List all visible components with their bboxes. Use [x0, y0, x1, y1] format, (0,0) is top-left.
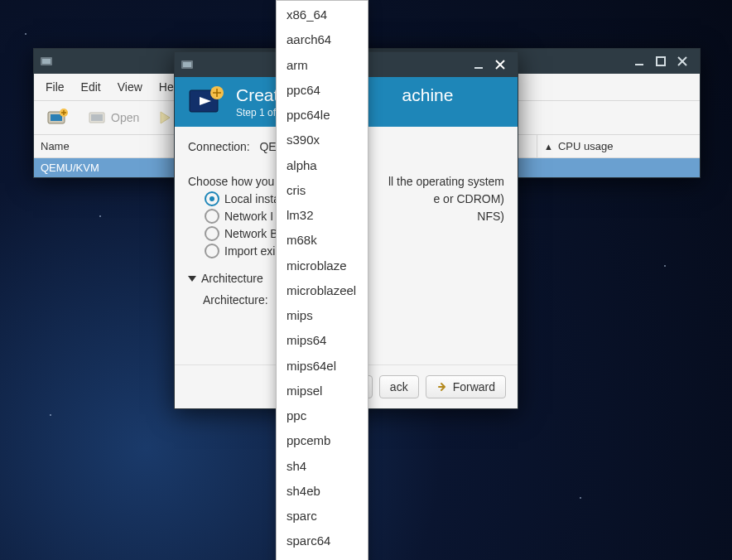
arch-option-mips64[interactable]: mips64	[277, 328, 368, 353]
radio-icon	[205, 191, 219, 206]
radio-icon	[205, 244, 219, 258]
arch-option-ppc[interactable]: ppc	[277, 403, 368, 428]
radio-label: Import exis	[224, 244, 281, 258]
svg-rect-13	[474, 67, 483, 69]
bg-star	[99, 215, 101, 217]
bg-star	[25, 33, 26, 35]
column-cpu-usage[interactable]: ▲ CPU usage	[537, 135, 700, 157]
radio-label: Network I	[224, 210, 273, 223]
arch-option-microblazeel[interactable]: microblazeel	[277, 278, 368, 303]
radio-label: Local insta	[224, 192, 280, 205]
app-icon	[41, 56, 54, 67]
chevron-down-icon	[188, 276, 196, 282]
architecture-label: Architecture:	[203, 293, 268, 307]
arch-option-mipsel[interactable]: mipsel	[277, 379, 368, 403]
open-button[interactable]: Open	[80, 105, 147, 130]
arch-option-m68k[interactable]: m68k	[277, 228, 368, 253]
radio-tail: NFS)	[477, 210, 504, 223]
back-label: ack	[390, 380, 408, 393]
svg-rect-1	[42, 59, 51, 64]
arch-option-s390x[interactable]: s390x	[277, 128, 368, 152]
arch-option-aarch64[interactable]: aarch64	[277, 27, 368, 52]
bg-star	[580, 497, 581, 499]
dialog-close-button[interactable]	[489, 56, 511, 74]
arch-option-ppcemb[interactable]: ppcemb	[277, 428, 368, 453]
arch-option-arm[interactable]: arm	[277, 53, 368, 78]
arch-option-lm32[interactable]: lm32	[277, 203, 368, 228]
choose-label-head: Choose how you	[188, 175, 274, 188]
forward-button[interactable]: Forward	[426, 375, 506, 398]
maximize-button[interactable]	[650, 52, 672, 70]
arch-option-sh4eb[interactable]: sh4eb	[277, 479, 368, 504]
arch-option-ppc64[interactable]: ppc64	[277, 78, 368, 103]
arch-option-mips[interactable]: mips	[277, 303, 368, 328]
arch-option-sparc64[interactable]: sparc64	[277, 529, 368, 553]
radio-tail: e or CDROM)	[433, 192, 504, 205]
close-button[interactable]	[672, 52, 693, 70]
svg-rect-7	[51, 114, 62, 121]
bg-star	[664, 265, 666, 267]
arch-option-sparc[interactable]: sparc	[277, 504, 368, 529]
sort-indicator-icon: ▲	[544, 142, 553, 152]
svg-rect-2	[635, 64, 643, 65]
arch-option-microblaze[interactable]: microblaze	[277, 253, 368, 278]
connection-label: Connection:	[188, 140, 250, 153]
open-label: Open	[111, 111, 139, 124]
radio-label: Network B	[224, 227, 278, 240]
dialog-minimize-button[interactable]	[468, 56, 489, 74]
arch-option-ppc64le[interactable]: ppc64le	[277, 103, 368, 128]
menu-view[interactable]: View	[109, 77, 151, 97]
forward-label: Forward	[453, 380, 495, 393]
app-icon	[181, 59, 195, 70]
arch-option-alpha[interactable]: alpha	[277, 153, 368, 178]
radio-icon	[205, 209, 219, 224]
svg-rect-3	[657, 57, 665, 65]
forward-icon	[436, 381, 448, 393]
svg-rect-10	[91, 114, 103, 121]
radio-icon	[205, 226, 219, 241]
arch-option-x86_64[interactable]: x86_64	[277, 2, 368, 27]
dialog-title-tail: achine	[402, 85, 454, 105]
bg-star	[50, 414, 51, 416]
choose-label-tail: ll the operating system	[388, 175, 504, 188]
column-cpu-label: CPU usage	[558, 140, 613, 152]
arch-option-sh4[interactable]: sh4	[277, 454, 368, 479]
menu-edit[interactable]: Edit	[73, 77, 109, 97]
architecture-dropdown[interactable]: x86_64aarch64armppc64ppc64les390xalphacr…	[276, 0, 368, 560]
new-vm-header-icon	[186, 85, 224, 118]
arch-option-cris[interactable]: cris	[277, 178, 368, 203]
arch-option-unicore32[interactable]: unicore32	[277, 554, 368, 561]
expander-label: Architecture	[201, 272, 263, 285]
arch-option-mips64el[interactable]: mips64el	[277, 354, 368, 379]
back-button[interactable]: ack	[379, 375, 419, 398]
svg-rect-12	[183, 62, 191, 67]
minimize-button[interactable]	[628, 52, 650, 70]
new-vm-button[interactable]	[39, 104, 77, 131]
menu-file[interactable]: File	[37, 77, 73, 97]
connection-value: QE	[259, 140, 276, 153]
